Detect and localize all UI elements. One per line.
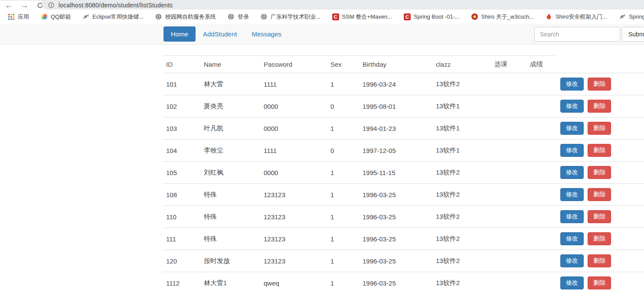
cell-name: 特殊	[200, 228, 260, 250]
cell-course	[491, 206, 526, 228]
cell-clazz: 13软件1	[432, 95, 491, 117]
cell-score	[526, 206, 556, 228]
table-row: 102 萧炎亮 0000 0 1995-08-01 13软件1 修改 删除	[163, 95, 644, 117]
bookmark-item[interactable]: C SSM 整合+Maven...	[328, 12, 396, 22]
cell-course	[491, 95, 526, 117]
bookmark-item[interactable]: Shiro安全框架入门...	[542, 12, 611, 22]
edit-button[interactable]: 修改	[560, 254, 584, 267]
flower-icon	[471, 13, 478, 20]
cell-name: 林大雷1	[200, 272, 260, 294]
bookmark-item[interactable]: Eclipse常用快捷键...	[78, 12, 147, 22]
delete-button[interactable]: 删除	[588, 78, 611, 91]
cell-score	[526, 95, 556, 117]
bookmark-item[interactable]: Shiro 关于_w3csch...	[467, 12, 538, 22]
cell-sex: 1	[327, 250, 359, 272]
browser-toolbar: ← → localhost:8080/demo/student/listStud…	[0, 0, 644, 10]
table-row: 103 叶凡凯 0000 1 1994-01-23 13软件1 修改 删除	[163, 117, 644, 140]
cell-sex: 1	[327, 228, 359, 250]
apps-grid-icon	[8, 13, 15, 20]
bookmarks-bar: 应用 QQ邮箱 Eclipse常用快捷键... 校园网自助服务系统 登录 广东科…	[0, 10, 644, 24]
cell-name: 特殊	[200, 206, 260, 228]
cell-course	[491, 250, 526, 272]
edit-button[interactable]: 修改	[560, 100, 584, 113]
cell-sex: 1	[327, 73, 359, 95]
cell-birthday: 1995-11-15	[359, 162, 432, 184]
cell-password: 0000	[260, 162, 327, 184]
cell-birthday: 1996-03-25	[359, 228, 432, 250]
edit-button[interactable]: 修改	[560, 276, 584, 289]
cell-name: 特殊	[200, 184, 260, 206]
delete-button[interactable]: 删除	[588, 166, 611, 179]
edit-button[interactable]: 修改	[560, 122, 584, 135]
delete-button[interactable]: 删除	[588, 144, 611, 157]
edit-button[interactable]: 修改	[560, 78, 584, 91]
table-header-row: ID Name Password Sex Birthday clazz 选课 成…	[163, 56, 644, 73]
submit-button[interactable]: Submit	[622, 27, 644, 42]
bookmark-item[interactable]: 广东科学技术职业...	[257, 12, 324, 22]
table-row: 120 按时发放 123123 1 1996-03-25 13软件2 修改 删除	[163, 250, 644, 272]
tab-addstudent[interactable]: AddStudent	[196, 26, 244, 42]
cell-actions: 修改 删除	[556, 206, 644, 228]
cell-clazz: 13软件2	[432, 250, 491, 272]
bookmark-item[interactable]: C Spring Boot -01-...	[400, 12, 464, 22]
edit-button[interactable]: 修改	[560, 166, 584, 179]
address-bar[interactable]: localhost:8080/demo/student/listStudents	[42, 0, 644, 10]
edit-button[interactable]: 修改	[560, 210, 584, 223]
cell-sex: 1	[327, 272, 359, 294]
bookmark-item[interactable]: 登录	[224, 12, 253, 22]
cell-id: 102	[163, 95, 200, 117]
cell-course	[491, 184, 526, 206]
page-info-icon[interactable]	[48, 2, 54, 8]
tab-home[interactable]: Home	[163, 26, 196, 42]
cell-password: 1111	[260, 140, 327, 162]
forward-icon[interactable]: →	[20, 1, 29, 10]
bookmark-item[interactable]: QQ邮箱	[37, 12, 75, 22]
delete-button[interactable]: 删除	[588, 232, 611, 245]
cell-password: qweq	[260, 272, 327, 294]
edit-button[interactable]: 修改	[560, 144, 584, 157]
cell-clazz: 13软件1	[432, 117, 491, 140]
cell-clazz: 13软件2	[432, 162, 491, 184]
cell-name: 刘红枫	[200, 162, 260, 184]
globe-icon	[228, 13, 235, 20]
cell-score	[526, 162, 556, 184]
search-input[interactable]	[534, 27, 620, 42]
delete-button[interactable]: 删除	[588, 210, 611, 223]
cell-course	[491, 272, 526, 294]
cell-name: 李牧尘	[200, 140, 260, 162]
apps-button[interactable]: 应用	[4, 12, 33, 22]
table-row: 110 特殊 123123 1 1996-03-25 13软件2 修改 删除	[163, 206, 644, 228]
edit-button[interactable]: 修改	[560, 188, 584, 201]
cell-actions: 修改 删除	[556, 117, 644, 140]
cell-id: 105	[163, 162, 200, 184]
globe-icon	[155, 13, 162, 20]
cell-clazz: 13软件2	[432, 73, 491, 95]
cell-actions: 修改 删除	[556, 184, 644, 206]
delete-button[interactable]: 删除	[588, 100, 611, 113]
bookmark-item[interactable]: 校园网自助服务系统	[151, 12, 220, 22]
cell-score	[526, 228, 556, 250]
back-icon[interactable]: ←	[4, 1, 13, 10]
cell-sex: 0	[327, 140, 359, 162]
cell-birthday: 1996-03-25	[359, 272, 432, 294]
tab-messages[interactable]: Messages	[244, 26, 288, 42]
cell-password: 123123	[260, 206, 327, 228]
cell-actions: 修改 删除	[556, 228, 644, 250]
delete-button[interactable]: 删除	[588, 188, 611, 201]
cell-clazz: 13软件1	[432, 140, 491, 162]
cell-sex: 0	[327, 95, 359, 117]
cell-birthday: 1995-08-01	[359, 95, 432, 117]
edit-button[interactable]: 修改	[560, 232, 584, 245]
main-content: ID Name Password Sex Birthday clazz 选课 成…	[0, 55, 644, 299]
table-row: 108 特殊 123123 1 1996-03-25 13软件2 修改 删除	[163, 184, 644, 206]
delete-button[interactable]: 删除	[588, 254, 611, 267]
delete-button[interactable]: 删除	[588, 122, 611, 135]
col-header-course: 选课	[491, 56, 526, 73]
globe-icon	[261, 13, 268, 20]
cell-course	[491, 73, 526, 95]
cell-birthday: 1994-01-23	[359, 117, 432, 140]
bookmark-item[interactable]: Springmvc+Myba...	[615, 12, 644, 22]
cell-score	[526, 184, 556, 206]
delete-button[interactable]: 删除	[588, 276, 611, 289]
cell-password: 123123	[260, 228, 327, 250]
